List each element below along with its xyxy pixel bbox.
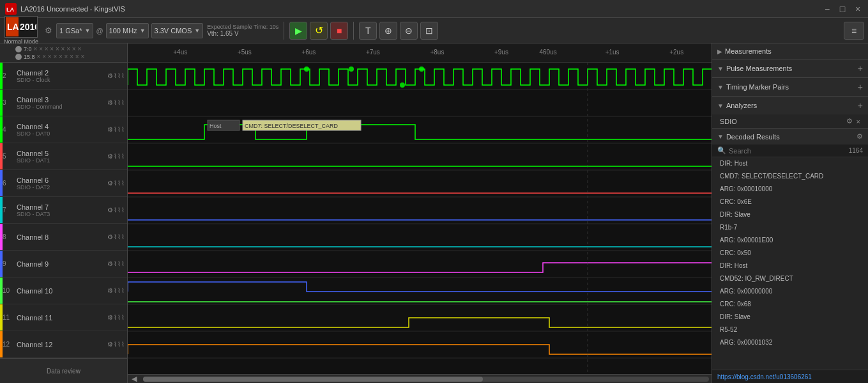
ch10-ctrl1-icon[interactable]: ⌇ [114,287,117,294]
sample-rate-dropdown[interactable]: 1 GSa* ▼ [56,23,93,38]
ch8-gear-icon[interactable]: ⚙ [107,233,113,240]
ch8-ctrl3-icon[interactable]: ⌇ [121,233,125,240]
ch4-ctrl3-icon[interactable]: ⌇ [121,126,125,133]
ch2-ctrl3-icon[interactable]: ⌇ [121,72,125,79]
decoded-item-2: ARG: 0x00010000 [712,183,868,196]
pulse-add-icon[interactable]: + [858,63,863,74]
channel-row-10: 10 Channel 10 ⚙ ⌇ ⌇ ⌇ [0,277,127,304]
zoom-out-button[interactable]: ⊡ [420,22,438,40]
ch5-ctrl3-icon[interactable]: ⌇ [121,153,125,160]
ch9-gear-icon[interactable]: ⚙ [107,260,113,267]
menu-button[interactable]: ≡ [844,22,864,40]
channel-row-2: 2 Channel 2 SDIO - Clock ⚙ ⌇ ⌇ ⌇ [0,63,127,90]
sdio-gear-icon[interactable]: ⚙ [846,117,853,125]
waveform-tracks[interactable]: Host CMD7: SELECT/DESELECT_CARD [128,63,712,383]
ch6-ctrl1-icon[interactable]: ⌇ [114,180,117,187]
ch6-gear-icon[interactable]: ⚙ [107,180,113,187]
maximize-button[interactable]: □ [837,4,848,14]
analyzers-header[interactable]: ▼ Analyzers + [712,97,868,114]
measurements-header[interactable]: ▶ Measurements [712,43,868,59]
ch9-ctrl3-icon[interactable]: ⌇ [121,260,125,267]
ch11-gear-icon[interactable]: ⚙ [107,314,113,321]
measurements-label: Measurements [725,47,863,55]
title-bar: LA LA2016 Unconnected - KingstVIS − □ × [0,0,868,18]
channel-3-sub: SDIO - Command [17,104,63,110]
ch10-gear-icon[interactable]: ⚙ [107,287,113,294]
decoded-item-9: CMD52: IO_RW_DIRECT [712,272,868,285]
close-button[interactable]: × [853,4,863,14]
ch2-gear-icon[interactable]: ⚙ [107,72,113,79]
text-button[interactable]: T [359,22,377,40]
voltage-dropdown[interactable]: 3.3V CMOS ▼ [151,23,204,38]
scroll-left-btn[interactable]: ◀ [128,375,141,383]
svg-text:Host: Host [209,123,222,129]
toolbar-separator-1 [284,22,284,40]
ch3-ctrl2-icon[interactable]: ⌇ [118,99,121,106]
channel-9-color [0,251,3,277]
ch8-ctrl1-icon[interactable]: ⌇ [114,233,117,240]
search-input[interactable] [729,147,846,155]
ch2-ctrl1-icon[interactable]: ⌇ [114,72,117,79]
dot-1 [15,46,22,52]
ch11-ctrl2-icon[interactable]: ⌇ [118,314,121,321]
decoded-gear-icon[interactable]: ⚙ [857,132,863,141]
analyzers-add-icon[interactable]: + [858,100,863,111]
time-ruler: +4us +5us +6us +7us +8us +9us 460us +1us… [128,43,712,63]
status-link[interactable]: https://blog.csdn.net/u013606261 [717,373,812,380]
frequency-dropdown[interactable]: 100 MHz ▼ [106,23,149,38]
ch8-ctrl2-icon[interactable]: ⌇ [118,233,121,240]
timing-add-icon[interactable]: + [858,82,863,92]
svg-point-6 [304,66,309,72]
channel-11-name: Channel 11 [17,314,52,322]
ch4-gear-icon[interactable]: ⚙ [107,126,113,133]
ch12-ctrl1-icon[interactable]: ⌇ [114,341,117,348]
play-button[interactable]: ▶ [289,22,307,40]
ch7-ctrl2-icon[interactable]: ⌇ [118,207,121,214]
device-settings-button[interactable]: ⚙ [43,24,54,36]
ch2-ctrl2-icon[interactable]: ⌇ [118,72,121,79]
loop-button[interactable]: ↺ [310,22,328,40]
ch9-ctrl2-icon[interactable]: ⌇ [118,260,121,267]
sdio-close-icon[interactable]: × [857,118,860,125]
ch5-ctrl1-icon[interactable]: ⌇ [114,153,117,160]
ch6-ctrl2-icon[interactable]: ⌇ [118,180,121,187]
channel-4-num: 4 [3,126,11,133]
ch10-ctrl3-icon[interactable]: ⌇ [121,287,125,294]
channel-5-color [0,143,3,169]
zoom-in-button[interactable]: ⊖ [400,22,418,40]
ch12-gear-icon[interactable]: ⚙ [107,341,113,348]
minimize-button[interactable]: − [822,4,832,14]
ch9-ctrl1-icon[interactable]: ⌇ [114,260,117,267]
channel-10-num: 10 [3,287,11,294]
ch7-gear-icon[interactable]: ⚙ [107,207,113,214]
pulse-measurements-header[interactable]: ▼ Pulse Measurements + [712,59,868,77]
logo-icon: LA 2016 [6,17,36,36]
ch6-ctrl3-icon[interactable]: ⌇ [121,180,125,187]
ch4-ctrl2-icon[interactable]: ⌇ [118,126,121,133]
ch7-ctrl3-icon[interactable]: ⌇ [121,207,125,214]
ch3-ctrl1-icon[interactable]: ⌇ [114,99,117,106]
channel-2-color [0,63,3,89]
search-icon: 🔍 [717,146,726,155]
waveform-area[interactable]: +4us +5us +6us +7us +8us +9us 460us +1us… [128,43,712,383]
scroll-thumb[interactable] [143,377,483,382]
decoded-results-header[interactable]: ▼ Decoded Results ⚙ [712,129,868,145]
timing-marker-header[interactable]: ▼ Timing Marker Pairs + [712,78,868,96]
time-mark-8us: +8us [430,49,444,56]
ch10-ctrl2-icon[interactable]: ⌇ [118,287,121,294]
ch12-ctrl2-icon[interactable]: ⌇ [118,341,121,348]
ch12-ctrl3-icon[interactable]: ⌇ [121,341,125,348]
time-mark-6us: +6us [301,49,316,56]
ch5-gear-icon[interactable]: ⚙ [107,153,113,160]
ch7-ctrl1-icon[interactable]: ⌇ [114,207,117,214]
ch11-ctrl1-icon[interactable]: ⌇ [114,314,117,321]
ch3-gear-icon[interactable]: ⚙ [107,99,113,106]
ch4-ctrl1-icon[interactable]: ⌇ [114,126,117,133]
zoom-normal-button[interactable]: ⊕ [379,22,397,40]
stop-button[interactable]: ■ [330,22,348,40]
ch11-ctrl3-icon[interactable]: ⌇ [121,314,125,321]
ch3-ctrl3-icon[interactable]: ⌇ [121,99,125,106]
x-marks-1: × × × × × × × × × [34,45,82,52]
ch5-ctrl2-icon[interactable]: ⌇ [118,153,121,160]
measurements-section: ▶ Measurements [712,43,868,59]
